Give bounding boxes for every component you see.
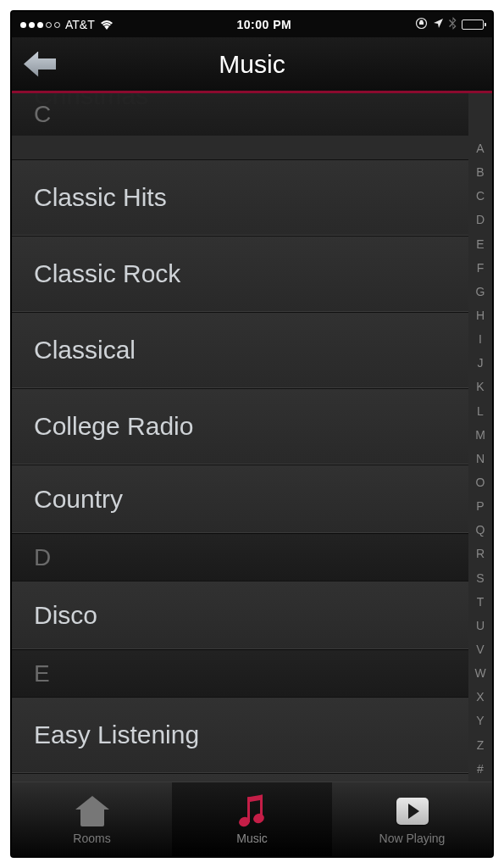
index-letter[interactable]: F xyxy=(477,262,485,274)
section-letter: E xyxy=(34,660,50,687)
genre-label: Easy Listening xyxy=(34,721,199,749)
index-letter[interactable]: B xyxy=(476,166,484,178)
genre-label: Disco xyxy=(34,601,97,630)
list-item[interactable]: Country xyxy=(12,465,468,533)
index-letter[interactable]: X xyxy=(476,691,484,703)
wifi-icon xyxy=(100,18,114,32)
tab-bar: Rooms Music Now Playing xyxy=(12,782,492,856)
status-right xyxy=(415,17,484,32)
index-letter[interactable]: W xyxy=(474,667,485,679)
index-letter[interactable]: A xyxy=(476,142,484,154)
section-header: E xyxy=(12,649,468,697)
index-letter[interactable]: H xyxy=(476,309,485,321)
index-letter[interactable]: Z xyxy=(477,739,485,751)
section-letter: D xyxy=(34,544,51,571)
index-letter[interactable]: E xyxy=(476,238,484,250)
tab-music[interactable]: Music xyxy=(172,782,332,856)
status-bar: AT&T 10:00 PM xyxy=(12,12,492,37)
index-letter[interactable]: V xyxy=(476,643,484,655)
index-letter[interactable]: M xyxy=(475,429,485,441)
list-item[interactable]: Classic Hits xyxy=(12,159,468,236)
index-letter[interactable]: O xyxy=(476,476,485,488)
tab-label: Music xyxy=(236,832,268,845)
orientation-lock-icon xyxy=(415,17,428,32)
play-icon xyxy=(394,794,431,828)
house-icon xyxy=(74,794,111,828)
back-button[interactable] xyxy=(24,52,56,77)
index-letter[interactable]: # xyxy=(477,763,484,775)
tab-label: Now Playing xyxy=(379,832,446,845)
signal-dots-icon xyxy=(20,22,60,28)
list-item[interactable]: Disco xyxy=(12,581,468,649)
list-item[interactable]: Easy Listening xyxy=(12,697,468,773)
index-letter[interactable]: N xyxy=(476,453,485,465)
music-note-icon xyxy=(234,794,271,828)
genre-label: Classical xyxy=(34,336,136,364)
index-letter[interactable]: K xyxy=(476,381,484,392)
list-item[interactable]: Eclectic xyxy=(12,773,468,782)
genre-label: Country xyxy=(34,485,123,514)
tab-label: Rooms xyxy=(73,832,110,845)
genre-list-container: Christmas C Classic Hits Classic Rock Cl… xyxy=(12,93,492,782)
index-letter[interactable]: Q xyxy=(476,524,485,536)
list-item[interactable]: College Radio xyxy=(12,388,468,465)
location-icon xyxy=(433,18,444,31)
index-letter[interactable]: C xyxy=(476,190,485,202)
genre-label: Classic Hits xyxy=(34,183,167,212)
index-letter[interactable]: T xyxy=(477,596,485,608)
tab-now-playing[interactable]: Now Playing xyxy=(332,782,492,856)
list-item[interactable]: Classical xyxy=(12,312,468,388)
index-letter[interactable]: Y xyxy=(476,715,484,726)
genre-list[interactable]: Christmas C Classic Hits Classic Rock Cl… xyxy=(12,93,468,782)
index-letter[interactable]: P xyxy=(476,500,484,512)
index-letter[interactable]: S xyxy=(476,572,484,584)
section-header: C xyxy=(12,93,468,136)
index-letter[interactable]: L xyxy=(477,405,484,417)
nav-bar: Music xyxy=(12,37,492,93)
status-left: AT&T xyxy=(20,18,114,32)
index-letter[interactable]: G xyxy=(476,286,485,298)
tab-rooms[interactable]: Rooms xyxy=(12,782,172,856)
index-letter[interactable]: D xyxy=(476,214,485,225)
page-title: Music xyxy=(219,50,285,79)
index-letter[interactable]: R xyxy=(476,548,485,559)
index-letter[interactable]: I xyxy=(479,333,482,345)
genre-label: Classic Rock xyxy=(34,259,180,288)
index-letter[interactable]: U xyxy=(476,620,485,632)
section-letter: C xyxy=(34,101,51,128)
list-item[interactable]: Classic Rock xyxy=(12,236,468,312)
alphabet-index[interactable]: A B C D E F G H I J K L M N O P Q R S T xyxy=(468,139,492,778)
battery-icon xyxy=(462,19,484,30)
index-letter[interactable]: J xyxy=(478,357,484,369)
section-header: D xyxy=(12,533,468,581)
back-arrow-icon xyxy=(24,52,56,77)
bluetooth-icon xyxy=(449,17,457,32)
genre-label: College Radio xyxy=(34,412,193,441)
carrier-label: AT&T xyxy=(65,18,95,31)
clock-label: 10:00 PM xyxy=(237,18,292,31)
